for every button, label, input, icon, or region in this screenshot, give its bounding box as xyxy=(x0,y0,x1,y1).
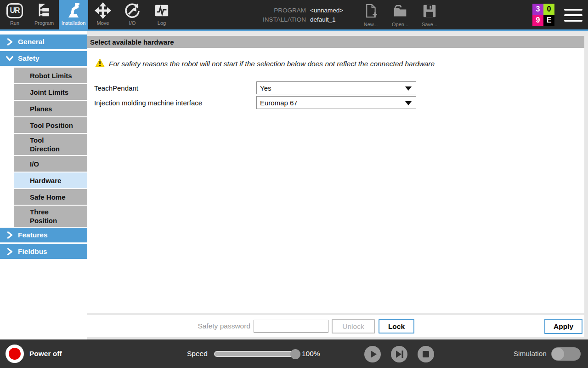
hamburger-icon xyxy=(564,9,582,11)
sidebar-section-safety[interactable]: Safety xyxy=(0,51,87,66)
program-label: PROGRAM xyxy=(257,7,306,14)
chevron-right-icon xyxy=(6,247,14,256)
sidebar-item-planes[interactable]: Planes xyxy=(14,101,87,116)
dropdown-arrow-icon xyxy=(405,99,412,107)
simulation-label: Simulation xyxy=(501,339,547,368)
checksum-cell: 0 xyxy=(543,4,554,15)
injection-molding-value: Euromap 67 xyxy=(260,99,298,107)
robot-arm-icon xyxy=(65,2,82,19)
power-status-label: Power off xyxy=(29,339,62,368)
log-chart-icon xyxy=(153,2,170,19)
safety-password-bar: Safety password Unlock Lock Apply xyxy=(87,315,584,337)
sidebar-section-features[interactable]: Features xyxy=(0,228,87,242)
sidebar-item-tool-direction[interactable]: Tool Direction xyxy=(14,134,87,155)
tab-program-label: Program xyxy=(34,20,54,26)
tab-log[interactable]: Log xyxy=(147,0,176,29)
unlock-button[interactable]: Unlock xyxy=(332,319,375,334)
installation-sidebar: General Safety Robot Limits Joint Limits… xyxy=(0,34,87,261)
checksum-cell: E xyxy=(543,15,554,26)
safety-password-label: Safety password xyxy=(161,315,250,337)
speed-percent: 100% xyxy=(302,339,320,368)
teachpendant-select[interactable]: Yes xyxy=(256,81,416,94)
tab-move[interactable]: Move xyxy=(88,0,118,29)
tab-log-label: Log xyxy=(158,20,166,26)
safety-warning: For safety reasons the robot will not st… xyxy=(95,58,435,69)
save-file-label: Save... xyxy=(422,22,437,27)
tab-run[interactable]: UR Run xyxy=(0,0,29,29)
sidebar-item-three-position[interactable]: Three Position xyxy=(14,206,87,227)
speed-label: Speed xyxy=(187,339,208,368)
tab-io[interactable]: I/O xyxy=(118,0,147,29)
chevron-right-icon xyxy=(6,231,14,239)
speed-slider[interactable] xyxy=(214,351,300,357)
sidebar-item-robot-limits[interactable]: Robot Limits xyxy=(14,68,87,83)
sidebar-item-safe-home[interactable]: Safe Home xyxy=(14,189,87,205)
tab-move-label: Move xyxy=(97,20,109,26)
save-file-button[interactable]: Save... xyxy=(416,4,443,27)
hardware-settings-panel: For safety reasons the robot will not st… xyxy=(87,48,584,313)
simulation-toggle-knob xyxy=(552,348,564,360)
sidebar-item-tool-position[interactable]: Tool Position xyxy=(14,117,87,133)
move-arrows-icon xyxy=(94,2,112,19)
program-info: PROGRAM <unnamed> INSTALLATION default_1 xyxy=(257,6,343,24)
warning-triangle-icon xyxy=(95,58,105,69)
sidebar-section-general[interactable]: General xyxy=(0,34,87,49)
injection-molding-label: Injection molding machine interface xyxy=(94,96,202,109)
chevron-down-icon xyxy=(6,54,14,63)
checksum-cell: 3 xyxy=(532,4,543,15)
sidebar-item-joint-limits[interactable]: Joint Limits xyxy=(14,84,87,100)
apply-button[interactable]: Apply xyxy=(544,319,582,334)
power-status-icon[interactable] xyxy=(6,345,24,363)
sidebar-section-label: Safety xyxy=(18,54,40,63)
sidebar-section-label: Features xyxy=(18,231,48,239)
lock-button[interactable]: Lock xyxy=(379,319,414,334)
program-name: <unnamed> xyxy=(310,7,343,14)
warning-text: For safety reasons the robot will not st… xyxy=(109,60,435,68)
installation-label: INSTALLATION xyxy=(257,16,306,23)
injection-molding-select[interactable]: Euromap 67 xyxy=(256,96,416,109)
sidebar-item-io[interactable]: I/O xyxy=(14,156,87,172)
sidebar-item-hardware[interactable]: Hardware xyxy=(14,172,87,188)
main-tabs: UR Run Program Installation Move xyxy=(0,0,176,29)
speed-slider-thumb[interactable] xyxy=(290,349,300,359)
chevron-right-icon xyxy=(6,38,14,46)
step-button[interactable] xyxy=(391,346,407,362)
footer-bar: Power off Speed 100% Simulation xyxy=(0,339,588,368)
sidebar-section-label: General xyxy=(18,38,45,46)
hamburger-menu-button[interactable] xyxy=(564,9,582,22)
teachpendant-label: TeachPendant xyxy=(94,81,138,94)
safety-password-input[interactable] xyxy=(254,320,328,333)
new-document-icon xyxy=(364,4,377,20)
tab-installation[interactable]: Installation xyxy=(59,0,88,29)
save-floppy-icon xyxy=(423,4,436,20)
page-title: Select available hardware xyxy=(87,36,584,48)
open-file-button[interactable]: Open... xyxy=(386,4,414,27)
installation-name: default_1 xyxy=(310,16,336,23)
program-tree-icon xyxy=(35,2,53,19)
ur-logo-icon: UR xyxy=(6,3,23,18)
teachpendant-value: Yes xyxy=(260,84,271,92)
simulation-toggle[interactable] xyxy=(551,347,581,361)
open-folder-icon xyxy=(393,4,407,20)
play-button[interactable] xyxy=(364,346,381,362)
tab-run-label: Run xyxy=(10,20,19,26)
dropdown-arrow-icon xyxy=(405,84,412,92)
safety-checksum-badge: 3 0 9 E xyxy=(532,4,554,26)
open-file-label: Open... xyxy=(392,22,408,27)
tab-io-label: I/O xyxy=(129,20,136,26)
new-file-label: New... xyxy=(364,22,378,27)
sidebar-section-label: Fieldbus xyxy=(18,247,47,256)
stop-button[interactable] xyxy=(418,346,434,362)
top-header-bar: UR Run Program Installation Move xyxy=(0,0,588,31)
sidebar-section-fieldbus[interactable]: Fieldbus xyxy=(0,244,87,259)
checksum-cell: 9 xyxy=(532,15,543,26)
tab-installation-label: Installation xyxy=(62,20,86,26)
polyscope-app: UR Run Program Installation Move xyxy=(0,0,588,368)
new-file-button[interactable]: New... xyxy=(357,4,384,27)
io-rotate-icon xyxy=(124,2,141,19)
tab-program[interactable]: Program xyxy=(29,0,59,29)
